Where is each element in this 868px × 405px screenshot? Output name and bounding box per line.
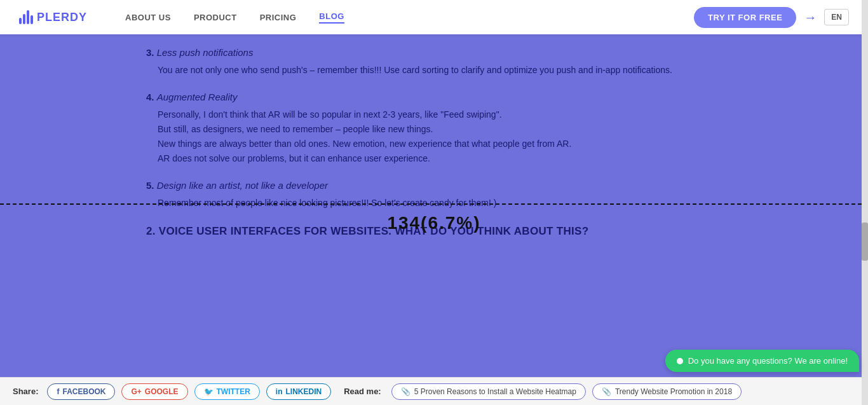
- logo[interactable]: PLERDY: [19, 10, 87, 24]
- paperclip-icon: 📎: [401, 387, 410, 396]
- list-item-4-header: 4. Augmented Reality: [146, 92, 722, 102]
- nav-blog[interactable]: BLOG: [319, 11, 344, 24]
- logo-bar-3: [27, 10, 29, 24]
- list-item-4-line-4: AR does not solve our problems, but it c…: [158, 151, 722, 166]
- list-item-4: 4. Augmented Reality Personally, I don't…: [146, 92, 722, 166]
- read-label: Read me:: [344, 387, 381, 396]
- section-2-heading: 2. VOICE USER INTERFACES FOR WEBSITES. W…: [146, 225, 722, 238]
- paperclip-icon-2: 📎: [602, 387, 611, 396]
- list-item-4-line-1: Personally, I don't think that AR will b…: [158, 107, 722, 122]
- scrollbar-thumb[interactable]: [862, 223, 868, 261]
- nav-pricing[interactable]: PRICING: [260, 13, 297, 22]
- google-icon: G+: [131, 387, 141, 396]
- list-item-4-number: 4.: [146, 92, 157, 102]
- logo-bar-2: [23, 14, 25, 24]
- list-item-3: 3. Less push notifications You are not o…: [146, 47, 722, 78]
- chat-message: Do you have any questions? We are online…: [688, 356, 848, 366]
- logo-text: PLERDY: [37, 11, 87, 24]
- list-item-5-number: 5.: [146, 180, 157, 191]
- twitter-share-button[interactable]: 🐦 TWITTER: [194, 383, 260, 400]
- read-link-2[interactable]: 📎 Trendy Website Promotion in 2018: [592, 383, 742, 400]
- read-link-1-text: 5 Proven Reasons to Install a Website He…: [414, 387, 576, 396]
- list-item-4-line-2: But still, as designers, we need to reme…: [158, 122, 722, 137]
- chat-online-dot: [677, 358, 683, 364]
- chat-bubble[interactable]: Do you have any questions? We are online…: [665, 350, 859, 372]
- list-item-3-number: 3.: [146, 47, 157, 58]
- linkedin-share-button[interactable]: in LINKEDIN: [266, 383, 331, 400]
- linkedin-icon: in: [276, 387, 283, 396]
- logo-bar-4: [31, 15, 33, 24]
- list-item-3-body: You are not only one who send push's – r…: [158, 63, 722, 78]
- list-item-4-line-3: New things are always better than old on…: [158, 137, 722, 151]
- nav-links: ABOUT US PRODUCT PRICING BLOG: [125, 11, 694, 24]
- list-item-5-title: Design like an artist, not like a develo…: [157, 180, 328, 191]
- read-link-2-text: Trendy Website Promotion in 2018: [615, 387, 732, 396]
- nav-right: TRY IT FOR FREE → EN: [694, 7, 849, 28]
- list-item-3-header: 3. Less push notifications: [146, 47, 722, 58]
- logo-bar-1: [19, 18, 22, 24]
- facebook-share-button[interactable]: f FACEBOOK: [47, 383, 115, 400]
- nav-about[interactable]: ABOUT US: [125, 13, 171, 22]
- list-item-5-header: 5. Design like an artist, not like a dev…: [146, 180, 722, 191]
- facebook-label: FACEBOOK: [62, 387, 105, 396]
- google-label: GOOGLE: [145, 387, 179, 396]
- facebook-icon: f: [57, 387, 59, 396]
- list-item-4-title: Augmented Reality: [157, 92, 238, 102]
- twitter-icon: 🐦: [204, 387, 214, 396]
- language-button[interactable]: EN: [824, 9, 849, 25]
- list-item-4-body: Personally, I don't think that AR will b…: [158, 107, 722, 166]
- twitter-label: TWITTER: [217, 387, 250, 396]
- scrollbar[interactable]: [862, 0, 868, 405]
- list-item-3-title: Less push notifications: [157, 47, 254, 58]
- read-link-1[interactable]: 📎 5 Proven Reasons to Install a Website …: [391, 383, 586, 400]
- google-share-button[interactable]: G+ GOOGLE: [121, 383, 187, 400]
- list-item-5-body: Remember most of people like nice lookin…: [158, 196, 722, 210]
- navbar: PLERDY ABOUT US PRODUCT PRICING BLOG TRY…: [0, 0, 868, 34]
- login-icon[interactable]: →: [804, 10, 817, 25]
- list-item-5: 5. Design like an artist, not like a dev…: [146, 180, 722, 210]
- nav-product[interactable]: PRODUCT: [194, 13, 237, 22]
- logo-icon: [19, 10, 33, 24]
- linkedin-label: LINKEDIN: [286, 387, 322, 396]
- share-bar: Share: f FACEBOOK G+ GOOGLE 🐦 TWITTER in…: [0, 377, 868, 405]
- share-label: Share:: [13, 387, 38, 396]
- try-for-free-button[interactable]: TRY IT FOR FREE: [694, 7, 796, 28]
